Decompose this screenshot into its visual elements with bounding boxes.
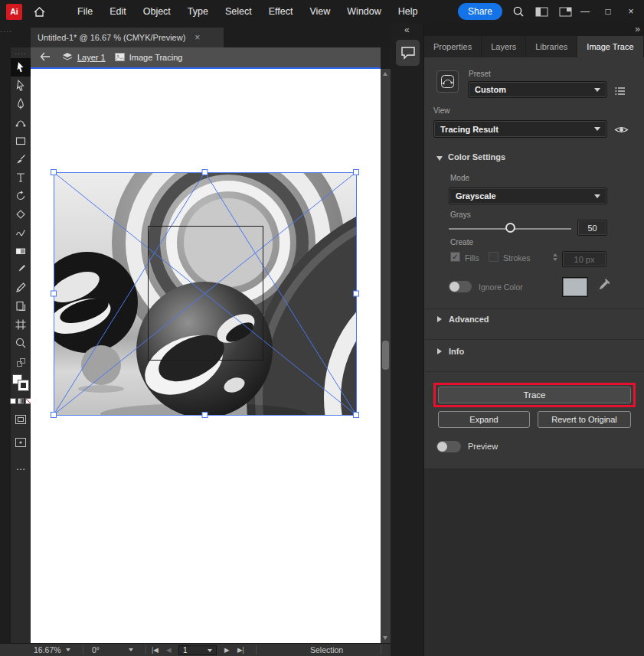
strokes-checkbox[interactable] xyxy=(489,252,499,262)
mode-value: Grayscale xyxy=(456,191,496,201)
expand-button[interactable]: Expand xyxy=(438,411,530,428)
curvature-tool-icon[interactable] xyxy=(11,113,31,132)
collapse-chevron-icon[interactable] xyxy=(436,156,443,161)
workspace-switcher-icon[interactable] xyxy=(559,7,572,17)
breadcrumb-layer-name[interactable]: Layer 1 xyxy=(77,53,106,62)
menu-effect[interactable]: Effect xyxy=(260,0,302,23)
document-tab-title: Untitled-1* @ 16.67 % (CMYK/Preview) xyxy=(38,33,185,42)
preview-toggle[interactable] xyxy=(436,441,461,452)
shaper-tool-icon[interactable] xyxy=(11,224,31,242)
panel-tab-bar: Properties Layers Libraries Image Trace xyxy=(424,36,644,57)
mode-dropdown[interactable]: Grayscale xyxy=(449,188,607,204)
grays-slider-knob[interactable] xyxy=(505,223,515,233)
scroll-down-arrow[interactable] xyxy=(383,636,387,640)
arrange-documents-icon[interactable] xyxy=(535,7,548,17)
fill-stroke-swatches[interactable] xyxy=(11,374,30,392)
tools-panel: ···· xyxy=(11,47,31,643)
menu-window[interactable]: Window xyxy=(338,0,389,23)
zoom-tool-icon[interactable] xyxy=(11,334,31,352)
illustrator-window: Ai File Edit Object Type Select Effect V… xyxy=(0,0,644,656)
artboard-tool-icon[interactable] xyxy=(11,315,31,334)
toolbar-grip-dots[interactable]: ···· xyxy=(11,51,31,57)
canvas[interactable] xyxy=(31,69,381,643)
maximize-button[interactable]: □ xyxy=(598,6,618,17)
red-annotation-box xyxy=(433,383,636,407)
stroke-width-stepper[interactable] xyxy=(553,253,557,261)
stroke-width-field[interactable]: 10 px xyxy=(562,251,606,267)
view-dropdown[interactable]: Tracing Result xyxy=(433,120,607,138)
ignore-color-swatch[interactable] xyxy=(563,278,587,296)
right-panel-dock: » Properties Layers Libraries Image Trac… xyxy=(423,23,644,656)
draw-mode-icon[interactable] xyxy=(15,413,26,427)
create-label: Create xyxy=(450,238,473,246)
color-chip[interactable] xyxy=(10,398,16,404)
selection-tool-icon[interactable] xyxy=(11,58,31,77)
menu-view[interactable]: View xyxy=(301,0,338,23)
scroll-up-arrow[interactable] xyxy=(383,72,387,76)
grays-value-field[interactable]: 50 xyxy=(577,220,607,236)
document-tab-close-icon[interactable]: × xyxy=(195,32,200,43)
fills-checkbox[interactable]: ✓ xyxy=(450,252,460,262)
menu-help[interactable]: Help xyxy=(390,0,427,23)
eraser-tool-icon[interactable] xyxy=(11,205,31,224)
collapse-dock-icon[interactable]: « xyxy=(404,24,410,35)
tab-image-trace[interactable]: Image Trace xyxy=(577,36,643,57)
preset-menu-icon[interactable] xyxy=(615,85,626,99)
zoom-dropdown[interactable]: 16.67% xyxy=(34,644,70,656)
info-header[interactable]: Info xyxy=(449,347,464,356)
menu-type[interactable]: Type xyxy=(179,0,217,23)
revert-to-original-button[interactable]: Revert to Original xyxy=(538,411,631,428)
direct-selection-tool-icon[interactable] xyxy=(11,77,31,95)
first-artboard-button[interactable]: |◀ xyxy=(152,644,159,656)
tab-layers[interactable]: Layers xyxy=(482,36,526,57)
tab-properties[interactable]: Properties xyxy=(424,36,482,57)
panel-grip-dots[interactable]: ···· xyxy=(0,28,11,35)
view-eye-icon[interactable] xyxy=(614,124,629,138)
expand-chevron-icon[interactable] xyxy=(437,348,442,354)
eyedropper-icon[interactable] xyxy=(596,279,610,297)
artboard-number-dropdown[interactable]: 1 xyxy=(178,645,217,655)
minimize-button[interactable]: — xyxy=(575,6,595,17)
expand-dock-icon[interactable]: » xyxy=(635,24,640,34)
close-button[interactable]: × xyxy=(621,6,641,17)
eyedropper-tool-icon[interactable] xyxy=(11,260,31,279)
rotation-dropdown[interactable]: 0° xyxy=(92,644,133,656)
search-icon[interactable] xyxy=(512,5,525,18)
placed-image-3d-spheres[interactable] xyxy=(54,172,356,415)
home-icon[interactable] xyxy=(33,6,46,18)
preset-dropdown[interactable]: Custom xyxy=(468,81,607,98)
symbols-tool-icon[interactable] xyxy=(11,297,31,315)
tab-libraries[interactable]: Libraries xyxy=(526,36,577,57)
menu-file[interactable]: File xyxy=(69,0,101,23)
rotate-tool-icon[interactable] xyxy=(11,187,31,205)
share-button[interactable]: Share xyxy=(458,3,502,20)
screen-mode-icon[interactable] xyxy=(15,436,26,450)
ignore-color-toggle[interactable] xyxy=(449,281,472,292)
pencil-tool-icon[interactable] xyxy=(11,279,31,297)
menu-edit[interactable]: Edit xyxy=(101,0,135,23)
chevron-down-icon xyxy=(66,648,70,651)
chevron-down-icon xyxy=(594,127,600,131)
gradient-chip[interactable] xyxy=(18,398,24,404)
next-artboard-button[interactable]: ▶ xyxy=(224,644,230,656)
rectangle-tool-icon[interactable] xyxy=(11,132,31,150)
vertical-scrollbar[interactable] xyxy=(381,69,391,643)
document-tab[interactable]: Untitled-1* @ 16.67 % (CMYK/Preview) × xyxy=(31,28,224,47)
back-arrow-icon[interactable] xyxy=(40,52,51,63)
menu-object[interactable]: Object xyxy=(135,0,179,23)
expand-chevron-icon[interactable] xyxy=(437,316,442,322)
advanced-header[interactable]: Advanced xyxy=(449,315,489,324)
last-artboard-button[interactable]: ▶| xyxy=(237,644,244,656)
previous-artboard-button[interactable]: ◀ xyxy=(166,644,172,656)
scrollbar-thumb[interactable] xyxy=(382,341,389,370)
type-tool-icon[interactable] xyxy=(11,168,31,187)
paintbrush-tool-icon[interactable] xyxy=(11,150,31,168)
comments-panel-tile[interactable] xyxy=(396,40,420,66)
pen-tool-icon[interactable] xyxy=(11,95,31,113)
edit-toolbar-more-icon[interactable]: … xyxy=(16,461,26,472)
menu-select[interactable]: Select xyxy=(217,0,260,23)
stroke-swatch[interactable] xyxy=(18,380,28,390)
swap-fill-stroke-icon[interactable] xyxy=(11,355,31,369)
color-settings-header[interactable]: Color Settings xyxy=(448,152,505,162)
gradient-tool-icon[interactable] xyxy=(11,242,31,260)
